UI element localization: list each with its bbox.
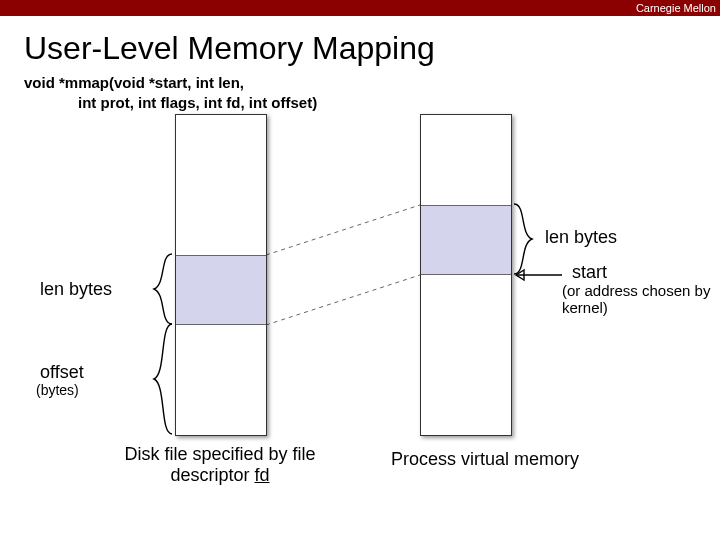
arrow-start [512,267,562,283]
signature-line2: int prot, int flags, int fd, int offset) [78,93,317,113]
process-vm-column [420,114,512,436]
mmap-diagram: len bytes offset (bytes) len bytes start… [0,114,720,514]
brace-offset [148,324,174,434]
signature-line1: void *mmap(void *start, int len, [24,74,244,91]
header-bar: Carnegie Mellon [0,0,720,16]
process-vm-mapped-region [421,205,511,275]
label-len-left: len bytes [40,279,112,300]
svg-line-1 [266,275,420,325]
label-start-sub: (or address chosen by kernel) [562,282,712,316]
label-offset-sub: (bytes) [36,382,79,398]
caption-disk-file: Disk file specified by file descriptor f… [115,444,325,486]
label-len-right: len bytes [545,227,617,248]
label-offset: offset [40,362,84,383]
caption-disk-fd: fd [255,465,270,485]
disk-file-mapped-region [176,255,266,325]
svg-line-0 [266,205,420,255]
function-signature: void *mmap(void *start, int len, int pro… [24,73,720,114]
header-org: Carnegie Mellon [636,2,716,14]
brace-len-right [512,204,538,274]
disk-file-column [175,114,267,436]
label-start: start [572,262,607,283]
slide-title: User-Level Memory Mapping [24,30,720,67]
caption-disk-prefix: Disk file specified by file descriptor [124,444,315,485]
brace-len-left [148,254,174,324]
caption-process-vm: Process virtual memory [370,449,600,470]
